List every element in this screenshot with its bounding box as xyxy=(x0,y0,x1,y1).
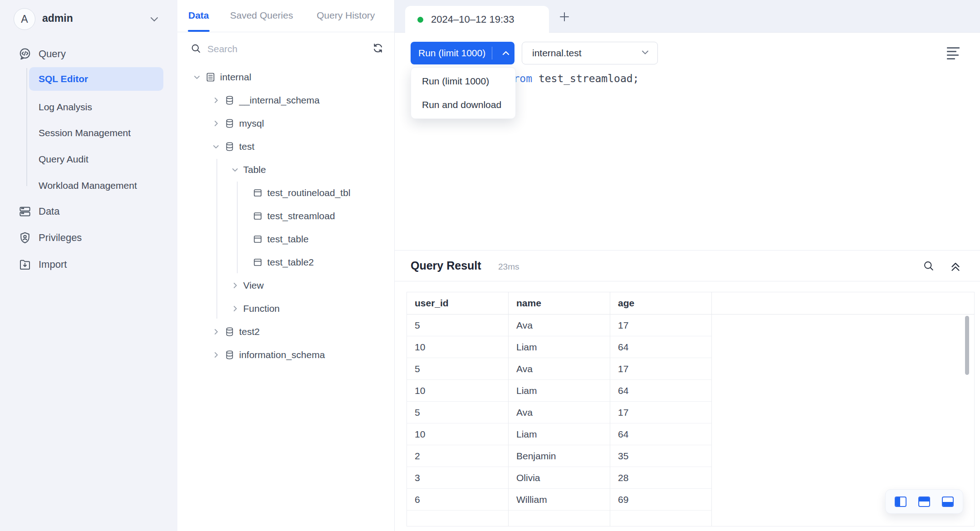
explorer-tabs: Data Saved Queries Query History xyxy=(177,0,394,32)
tree-item-database[interactable]: __internal_schema xyxy=(177,88,394,112)
import-folder-icon xyxy=(18,258,32,271)
sidebar-item-session-management[interactable]: Session Management xyxy=(29,121,163,145)
sidebar-item-label: Workload Management xyxy=(39,180,137,191)
chevron-right-icon[interactable] xyxy=(212,119,220,128)
tree-item-label: mysql xyxy=(239,118,264,129)
cell-filler xyxy=(712,423,974,445)
sidebar-item-privileges[interactable]: Privileges xyxy=(0,227,177,248)
tree-item-table[interactable]: test_table xyxy=(177,227,394,251)
run-button[interactable]: Run (limit 1000) xyxy=(411,42,514,64)
tree-item-table[interactable]: test_table2 xyxy=(177,251,394,274)
tree-item-function-group[interactable]: Function xyxy=(177,297,394,320)
tree-item-catalog[interactable]: internal xyxy=(177,65,394,88)
cell-filler xyxy=(712,402,974,423)
format-sql-icon[interactable] xyxy=(945,45,961,61)
sql-editor-app: A admin Query SQL Editor Log Analysis Se… xyxy=(0,0,980,531)
chevron-right-icon[interactable] xyxy=(212,351,220,359)
tree-item-label: __internal_schema xyxy=(239,95,319,106)
tree-item-label: Function xyxy=(243,303,280,314)
database-stack-icon xyxy=(18,205,32,218)
new-tab-button[interactable] xyxy=(556,9,573,25)
cell-filler xyxy=(712,358,974,380)
column-header[interactable]: name xyxy=(509,292,610,315)
cell-filler xyxy=(712,445,974,467)
cell-age: 28 xyxy=(610,467,712,489)
chevron-right-icon[interactable] xyxy=(231,305,239,313)
layout-split-top-button[interactable] xyxy=(918,497,930,507)
tree-item-table[interactable]: test_routineload_tbl xyxy=(177,181,394,204)
sidebar-item-workload-management[interactable]: Workload Management xyxy=(29,174,163,197)
chevron-down-icon[interactable] xyxy=(231,166,239,174)
menu-item-run-download[interactable]: Run and download xyxy=(411,93,515,117)
sidebar-item-log-analysis[interactable]: Log Analysis xyxy=(29,95,163,119)
chevron-right-icon[interactable] xyxy=(212,96,220,104)
sidebar-item-label: Import xyxy=(39,259,67,270)
avatar: A xyxy=(14,8,35,30)
table-row[interactable]: 10 Liam 64 xyxy=(407,336,974,358)
sidebar-item-query-audit[interactable]: Query Audit xyxy=(29,148,163,171)
sidebar-item-import[interactable]: Import xyxy=(0,254,177,275)
table-row[interactable]: 5 Ava 17 xyxy=(407,358,974,380)
tree-item-database[interactable]: test xyxy=(177,135,394,158)
chevron-right-icon[interactable] xyxy=(212,328,220,336)
database-icon xyxy=(224,141,235,152)
result-search-icon[interactable] xyxy=(922,260,935,272)
sidebar-item-label: Log Analysis xyxy=(39,102,92,113)
table-row[interactable]: 2 Benjamin 35 xyxy=(407,445,974,467)
search-input[interactable] xyxy=(206,40,358,58)
avatar-initial: A xyxy=(21,13,28,25)
table-row[interactable]: 3 Olivia 28 xyxy=(407,467,974,489)
tree-item-view-group[interactable]: View xyxy=(177,274,394,297)
table-row[interactable]: 10 Liam 64 xyxy=(407,423,974,445)
cell-user-id: 3 xyxy=(407,467,509,489)
cell-age xyxy=(610,511,712,526)
cell-user-id: 5 xyxy=(407,402,509,423)
sidebar-item-query[interactable]: Query xyxy=(0,44,177,64)
tab-saved-queries[interactable]: Saved Queries xyxy=(230,10,293,21)
tree-item-table-group[interactable]: Table xyxy=(177,158,394,181)
layout-split-left-button[interactable] xyxy=(895,497,906,507)
scrollbar-thumb[interactable] xyxy=(965,316,969,375)
cell-user-id: 10 xyxy=(407,423,509,445)
table-row[interactable]: 5 Ava 17 xyxy=(407,402,974,423)
chevron-down-icon[interactable] xyxy=(193,73,201,81)
chevron-down-icon[interactable] xyxy=(212,143,220,151)
column-header-filler xyxy=(712,292,974,315)
sidebar: A admin Query SQL Editor Log Analysis Se… xyxy=(0,0,177,531)
table-row[interactable]: 5 Ava 17 xyxy=(407,315,974,336)
tree-item-label: test_streamload xyxy=(267,211,335,221)
cell-user-id: 5 xyxy=(407,358,509,380)
sidebar-item-data[interactable]: Data xyxy=(0,201,177,222)
sidebar-item-sql-editor[interactable]: SQL Editor xyxy=(29,67,163,91)
table-icon xyxy=(252,234,263,245)
cell-name: Liam xyxy=(509,423,610,445)
tab-query-history[interactable]: Query History xyxy=(317,10,375,21)
tree-item-database[interactable]: test2 xyxy=(177,320,394,343)
cell-name xyxy=(509,511,610,526)
tree-item-database[interactable]: mysql xyxy=(177,112,394,135)
run-menu-toggle[interactable] xyxy=(497,42,514,64)
database-icon xyxy=(224,349,235,360)
tree-item-database[interactable]: information_schema xyxy=(177,343,394,366)
tab-data[interactable]: Data xyxy=(188,10,209,21)
user-menu[interactable]: A admin xyxy=(0,8,177,31)
cell-user-id: 10 xyxy=(407,336,509,358)
tree-item-table[interactable]: test_streamload xyxy=(177,204,394,227)
query-result-header: Query Result 23ms xyxy=(395,250,980,281)
column-header[interactable]: age xyxy=(610,292,712,315)
context-select[interactable]: internal.test xyxy=(522,42,658,64)
table-row[interactable]: 10 Liam 64 xyxy=(407,380,974,402)
menu-item-run-limit[interactable]: Run (limit 1000) xyxy=(411,69,515,93)
sidebar-item-label: Query Audit xyxy=(39,154,88,165)
editor-tab[interactable]: 2024–10–12 19:33 xyxy=(405,6,549,33)
submenu-guide-line xyxy=(26,68,27,186)
layout-split-bottom-button[interactable] xyxy=(942,497,954,507)
collapse-panel-icon[interactable] xyxy=(949,260,962,273)
column-header[interactable]: user_id xyxy=(407,292,509,315)
chevron-down-icon xyxy=(641,49,649,55)
tree-item-label: internal xyxy=(220,72,251,83)
cell-name: Benjamin xyxy=(509,445,610,467)
refresh-icon[interactable] xyxy=(372,42,384,54)
chevron-right-icon[interactable] xyxy=(231,281,239,290)
cell-filler xyxy=(712,380,974,402)
